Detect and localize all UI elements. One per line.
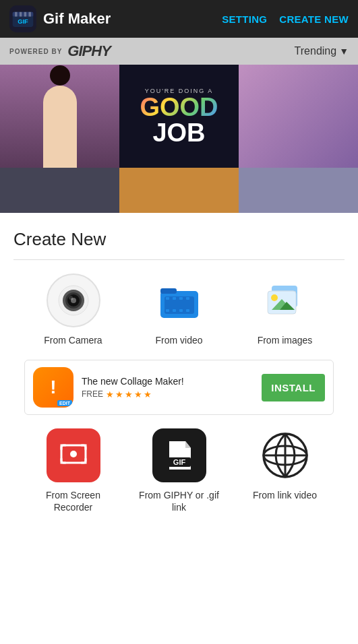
gif-cell-2[interactable]: YOU'RE DOING A GOOD JOB [119,65,239,168]
chevron-down-icon: ▼ [339,46,349,57]
svg-point-13 [71,298,73,300]
giphy-logo: GIPHY [67,42,110,60]
from-camera-label: From Camera [44,334,102,346]
create-new-section: Create New From Camer [0,213,358,534]
svg-text:GIF: GIF [173,458,185,466]
good-job-text: YOU'RE DOING A GOOD JOB [140,88,218,146]
ad-title: The new Collage Maker! [82,376,253,387]
svg-rect-15 [160,288,177,294]
images-icon [265,280,305,321]
from-screen-recorder-item[interactable]: From Screen Recorder [33,428,114,513]
globe-icon-box [258,428,312,482]
trending-label: Trending [295,45,337,57]
camera-icon [58,285,89,316]
install-button[interactable]: INSTALL [262,374,325,401]
svg-rect-23 [179,309,183,312]
app-logo: GIF [9,5,36,32]
app-title: Gif Maker [43,10,222,28]
setting-nav-item[interactable]: SETTING [222,13,267,25]
globe-icon [260,430,311,481]
create-new-nav-item[interactable]: CREATE NEW [279,13,349,25]
star-1: ★ [106,389,114,399]
star-2: ★ [115,389,123,399]
from-video-label: From video [155,334,202,346]
from-giphy-item[interactable]: GIF From GIPHY or .gif link [139,428,220,513]
ad-free-row: FREE ★ ★ ★ ★ ★ [82,389,253,399]
gif-cell-5[interactable] [119,168,239,213]
gif-cell-3[interactable] [239,65,358,168]
svg-rect-4 [24,12,26,17]
gif-cell-6[interactable] [239,168,358,213]
images-icon-circle [258,273,312,327]
camera-icon-circle [47,273,100,327]
star-4: ★ [134,389,142,399]
gif-icon-box: GIF [152,428,206,482]
from-camera-item[interactable]: From Camera [33,273,114,346]
from-images-label: From images [258,334,313,346]
star-3: ★ [125,389,133,399]
screen-recorder-icon-box [47,428,100,482]
svg-rect-2 [15,12,17,17]
section-divider [13,259,345,260]
header-nav: SETTING CREATE NEW [222,13,349,25]
video-folder-icon [158,279,201,322]
ad-info: The new Collage Maker! FREE ★ ★ ★ ★ ★ [82,376,253,399]
svg-rect-17 [166,297,169,300]
gif-file-icon: GIF [162,439,196,472]
svg-rect-21 [166,309,169,312]
video-icon-circle [152,273,206,327]
svg-rect-24 [186,309,189,312]
svg-rect-22 [173,309,176,312]
primary-options-row: From Camera [13,273,345,346]
secondary-options-row: From Screen Recorder GIF From GIPHY or .… [13,428,345,513]
svg-rect-20 [186,297,189,300]
from-images-item[interactable]: From images [245,273,326,346]
svg-rect-18 [173,297,176,300]
giphy-bar: POWERED BY GIPHY Trending ▼ [0,38,358,65]
svg-text:GIF: GIF [18,18,28,25]
svg-rect-19 [179,297,183,300]
ad-banner[interactable]: ! EDIT The new Collage Maker! FREE ★ ★ ★… [24,360,334,415]
svg-rect-5 [29,12,31,17]
powered-by-label: POWERED BY [9,48,62,55]
ad-edit-badge: EDIT [57,400,72,406]
svg-rect-3 [20,12,22,17]
gif-grid: YOU'RE DOING A GOOD JOB [0,65,358,213]
screen-recorder-icon [58,440,89,471]
from-video-item[interactable]: From video [139,273,220,346]
svg-point-28 [271,294,278,301]
gif-logo-icon: GIF [11,7,34,30]
from-link-video-label: From link video [253,489,317,501]
from-screen-recorder-label: From Screen Recorder [33,489,114,513]
create-new-title: Create New [13,229,345,250]
stars-row: ★ ★ ★ ★ ★ [106,389,152,399]
ad-free-label: FREE [82,389,103,399]
app-header: GIF Gif Maker SETTING CREATE NEW [0,0,358,38]
from-giphy-label: From GIPHY or .gif link [139,489,220,513]
gif-cell-4[interactable] [0,168,119,213]
from-link-video-item[interactable]: From link video [245,428,326,501]
gif-cell-1[interactable] [0,65,119,168]
trending-dropdown[interactable]: Trending ▼ [295,45,349,57]
svg-point-32 [70,451,77,457]
ad-app-icon: ! EDIT [33,367,73,408]
star-half: ★ [144,389,152,399]
